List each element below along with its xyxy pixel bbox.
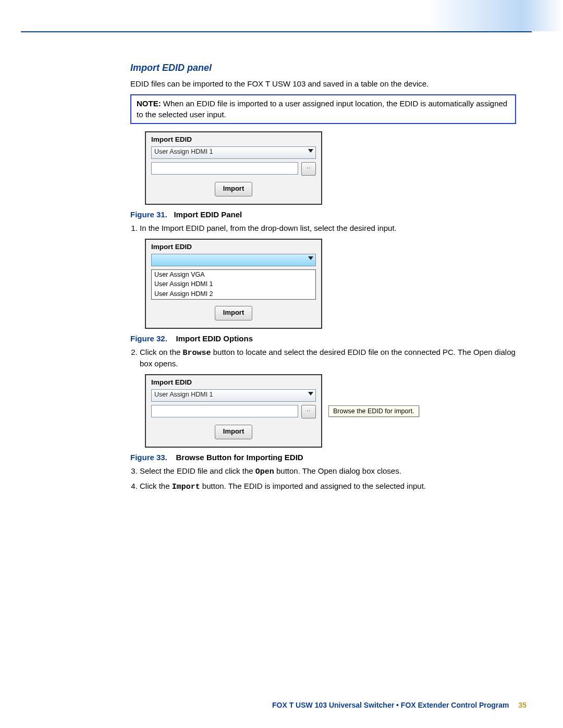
import-edid-panel-fig31: Import EDID User Assign HDMI 1 .. Import [145,131,322,205]
import-button[interactable]: Import [215,306,252,320]
intro-paragraph: EDID files can be imported to the FOX T … [130,79,516,89]
import-edid-panel-fig33: Import EDID User Assign HDMI 1 .. Import… [145,374,322,448]
edid-path-input[interactable] [151,405,298,417]
dropdown-option[interactable]: User Assign HDMI 2 [152,289,315,299]
input-select-dropdown-open[interactable] [151,254,316,266]
figure-33-caption: Figure 33. Browse Button for Importing E… [130,453,516,462]
step-1: In the Import EDID panel, from the drop-… [140,223,516,233]
chevron-down-icon [308,149,313,153]
panel-title: Import EDID [151,378,316,386]
dropdown-selected-value: User Assign HDMI 1 [154,391,213,398]
figure-title: Import EDID Options [176,334,253,343]
chevron-down-icon [308,256,313,260]
import-button[interactable]: Import [215,182,252,196]
page-footer: FOX T USW 103 Universal Switcher • FOX E… [272,701,527,709]
dropdown-option[interactable]: User Assign VGA [152,270,315,280]
input-select-dropdown[interactable]: User Assign HDMI 1 [151,146,316,159]
step-2: Click on the Browse button to locate and… [140,347,516,369]
browse-button[interactable]: .. [301,162,316,176]
dropdown-options-list: User Assign VGA User Assign HDMI 1 User … [151,269,316,300]
panel-title: Import EDID [151,135,316,143]
figure-title: Browse Button for Importing EDID [176,453,303,462]
import-button[interactable]: Import [215,425,252,439]
header-rule [21,31,532,32]
step-4: Click the Import button. The EDID is imp… [140,481,516,492]
section-title: Import EDID panel [130,63,516,73]
note-box: NOTE: When an EDID file is imported to a… [130,94,516,124]
header-gradient [427,0,563,31]
browse-button[interactable]: .. [301,405,316,418]
chevron-down-icon [308,392,313,396]
note-label: NOTE: [137,99,161,108]
step-3: Select the EDID file and click the Open … [140,466,516,477]
import-edid-panel-fig32: Import EDID User Assign VGA User Assign … [145,239,322,329]
note-text: When an EDID file is imported to a user … [137,99,507,118]
figure-31-caption: Figure 31. Import EDID Panel [130,210,516,219]
dropdown-option[interactable]: User Assign HDMI 1 [152,280,315,290]
footer-text: FOX T USW 103 Universal Switcher • FOX E… [272,701,509,709]
dropdown-selected-value: User Assign HDMI 1 [154,148,213,155]
browse-tooltip: Browse the EDID for import. [328,405,419,417]
figure-title: Import EDID Panel [174,210,242,219]
main-content: Import EDID panel EDID files can be impo… [130,63,516,492]
panel-title: Import EDID [151,243,316,251]
page-number: 35 [518,701,527,709]
figure-label: Figure 33. [130,453,167,462]
edid-path-input[interactable] [151,162,298,175]
figure-label: Figure 32. [130,334,167,343]
input-select-dropdown[interactable]: User Assign HDMI 1 [151,389,316,402]
figure-32-caption: Figure 32. Import EDID Options [130,334,516,343]
figure-label: Figure 31. [130,210,167,219]
